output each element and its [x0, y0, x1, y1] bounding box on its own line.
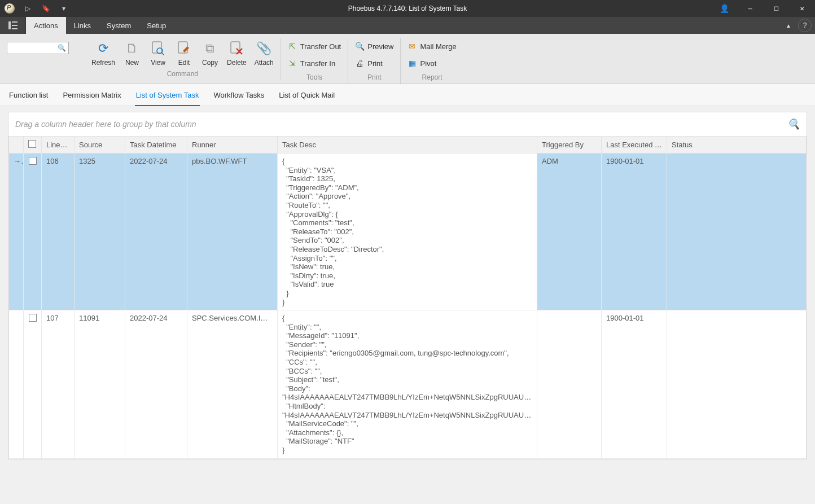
col-desc[interactable]: Task Desc — [278, 137, 537, 154]
row-checkbox[interactable] — [29, 314, 37, 322]
ribbon-group-print: 🔍Preview 🖨Print Print — [348, 38, 401, 84]
close-button[interactable]: ✕ — [789, 0, 815, 17]
tab-list-of-quick-mail[interactable]: List of Quick Mail — [278, 87, 336, 106]
transfer-in-button[interactable]: ⇲Transfer In — [284, 56, 344, 70]
tab-list-of-system-task[interactable]: List of System Task — [135, 87, 200, 106]
grid-table: Line#▲ Source Task Datetime Runner Task … — [8, 136, 807, 459]
search-icon: 🔍 — [58, 44, 66, 52]
ribbon-group-tools-label: Tools — [306, 71, 322, 84]
row-checkbox-cell[interactable] — [24, 310, 42, 459]
row-checkbox-cell[interactable] — [24, 154, 42, 310]
maximize-button[interactable]: ☐ — [763, 0, 789, 17]
transfer-in-icon: ⇲ — [288, 59, 297, 68]
menu-links[interactable]: Links — [66, 17, 99, 34]
col-indicator[interactable] — [9, 137, 24, 154]
menu-system[interactable]: System — [99, 17, 139, 34]
cell-last: 1900-01-01 — [602, 310, 667, 459]
attach-button[interactable]: 📎Attach — [251, 38, 277, 68]
tab-permission-matrix[interactable]: Permission Matrix — [62, 87, 122, 106]
grid-header-row: Line#▲ Source Task Datetime Runner Task … — [9, 137, 807, 154]
minimize-button[interactable]: ─ — [737, 0, 763, 17]
mail-merge-icon: ✉ — [408, 42, 417, 51]
cell-triggered: ADM — [537, 154, 602, 310]
tab-function-list[interactable]: Function list — [8, 87, 49, 106]
new-button[interactable]: 🗋New — [120, 38, 144, 68]
pivot-button[interactable]: ▦Pivot — [404, 56, 459, 70]
refresh-icon: ⟳ — [94, 40, 112, 58]
svg-line-6 — [162, 53, 164, 55]
qat-dropdown-icon[interactable]: ▾ — [59, 3, 69, 14]
app-logo-icon — [5, 3, 15, 14]
cell-line: 107 — [42, 310, 75, 459]
table-row[interactable]: →10613252022-07-24pbs.BO.WF.WFT{ "Entity… — [9, 154, 807, 310]
col-status[interactable]: Status — [667, 137, 807, 154]
edit-button[interactable]: Edit — [172, 38, 196, 68]
preview-icon: 🔍 — [355, 42, 364, 51]
title-bar-right: 👤 ─ ☐ ✕ — [711, 0, 815, 17]
grid-search-icon[interactable]: 🔍 — [787, 118, 800, 130]
hamburger-icon[interactable] — [0, 17, 26, 34]
view-button[interactable]: View — [146, 38, 170, 68]
mail-merge-button[interactable]: ✉Mail Merge — [404, 40, 459, 53]
header-checkbox[interactable] — [28, 140, 36, 148]
table-row[interactable]: 107110912022-07-24SPC.Services.COM.ISend… — [9, 310, 807, 459]
cell-runner: SPC.Services.COM.ISend... — [187, 310, 278, 459]
window-title: Phoebus 4.7.7.140: List of System Task — [348, 5, 467, 12]
pivot-icon: ▦ — [408, 59, 417, 68]
row-indicator: → — [9, 154, 24, 310]
ribbon: 🔍 ⟳Refresh 🗋New View Edit ⧉Copy Delete 📎… — [0, 34, 815, 84]
col-triggered[interactable]: Triggered By — [537, 137, 602, 154]
collapse-ribbon-icon[interactable]: ▲ — [781, 20, 796, 31]
menu-setup[interactable]: Setup — [139, 17, 174, 34]
attach-icon: 📎 — [255, 40, 273, 58]
svg-rect-3 — [12, 28, 17, 29]
svg-rect-2 — [12, 25, 17, 26]
cell-source: 1325 — [75, 154, 125, 310]
cell-desc[interactable]: { "Entity": "VSA", "TaskId": 1325, "Trig… — [278, 154, 537, 310]
cell-status — [667, 154, 807, 310]
ribbon-group-print-label: Print — [367, 71, 382, 84]
ribbon-group-report-label: Report — [422, 71, 442, 84]
delete-button[interactable]: Delete — [224, 38, 250, 68]
refresh-button[interactable]: ⟳Refresh — [88, 38, 119, 68]
group-panel-hint: Drag a column header here to group by th… — [15, 120, 196, 129]
title-bar: ▷ 🔖 ▾ Phoebus 4.7.7.140: List of System … — [0, 0, 815, 17]
row-indicator — [9, 310, 24, 459]
cell-line: 106 — [42, 154, 75, 310]
col-datetime[interactable]: Task Datetime — [125, 137, 187, 154]
col-last[interactable]: Last Executed Ti... — [602, 137, 667, 154]
ribbon-group-report: ✉Mail Merge ▦Pivot Report — [401, 38, 463, 84]
col-checkbox[interactable] — [24, 137, 42, 154]
run-icon[interactable]: ▷ — [23, 3, 33, 14]
copy-button[interactable]: ⧉Copy — [198, 38, 222, 68]
copy-icon: ⧉ — [201, 40, 219, 58]
row-checkbox[interactable] — [29, 157, 37, 165]
cell-status — [667, 310, 807, 459]
cell-runner: pbs.BO.WF.WFT — [187, 154, 278, 310]
cell-triggered — [537, 310, 602, 459]
bookmark-icon[interactable]: 🔖 — [41, 3, 51, 14]
col-source[interactable]: Source — [75, 137, 125, 154]
print-button[interactable]: 🖨Print — [352, 56, 397, 70]
preview-button[interactable]: 🔍Preview — [352, 40, 397, 53]
col-runner[interactable]: Runner — [187, 137, 278, 154]
transfer-out-icon: ⇱ — [288, 42, 297, 51]
cell-desc[interactable]: { "Entity": "", "MessageId": "11091", "S… — [278, 310, 537, 459]
search-input[interactable]: 🔍 — [7, 42, 69, 54]
help-icon[interactable]: ? — [798, 19, 812, 32]
cell-datetime: 2022-07-24 — [125, 154, 187, 310]
menu-actions[interactable]: Actions — [26, 17, 66, 34]
doc-tabs: Function list Permission Matrix List of … — [0, 84, 815, 106]
col-line[interactable]: Line#▲ — [42, 137, 75, 154]
cell-datetime: 2022-07-24 — [125, 310, 187, 459]
transfer-out-button[interactable]: ⇱Transfer Out — [284, 40, 344, 53]
tab-workflow-tasks[interactable]: Workflow Tasks — [212, 87, 265, 106]
ribbon-group-tools: ⇱Transfer Out ⇲Transfer In Tools — [281, 38, 348, 84]
svg-rect-7 — [178, 42, 187, 53]
group-panel[interactable]: Drag a column header here to group by th… — [8, 112, 807, 136]
ribbon-group-command-label: Command — [167, 68, 198, 80]
user-icon[interactable]: 👤 — [711, 0, 737, 17]
menu-bar-right: ▲ ? — [781, 19, 815, 32]
svg-rect-0 — [8, 21, 11, 29]
ribbon-group-command: ⟳Refresh 🗋New View Edit ⧉Copy Delete 📎At… — [85, 38, 281, 80]
